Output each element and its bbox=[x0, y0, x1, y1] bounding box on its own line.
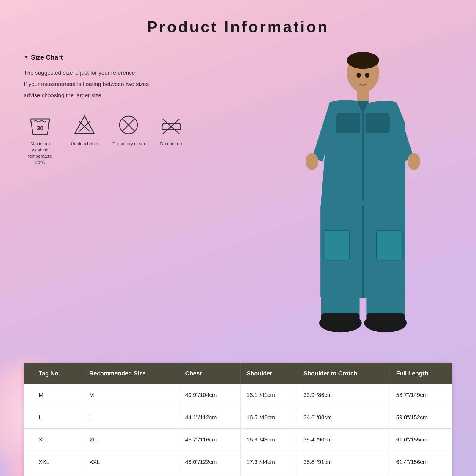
cell-1-4: 34.6"/88cm bbox=[297, 406, 390, 429]
svg-point-26 bbox=[365, 73, 369, 78]
table-row: XXLXXL48.0"/122cm17.3"/44cm35.8"/91cm61.… bbox=[24, 451, 452, 473]
iron-label: Do not iron bbox=[160, 140, 182, 147]
table-row: MM40.9"/104cm16.1"/41cm33.9"/86cm58.7"/1… bbox=[24, 384, 452, 406]
cell-1-1: L bbox=[83, 406, 179, 429]
svg-text:30: 30 bbox=[37, 125, 43, 131]
content-area: Product Information ▼ Size Chart The sug… bbox=[0, 0, 476, 476]
cell-0-3: 16.1"/41cm bbox=[240, 384, 297, 406]
table-row: 3XL3XL52.0"/132cm17.7"/45cm36.2"/92cm61.… bbox=[24, 473, 452, 476]
cell-2-0: XL bbox=[24, 429, 83, 451]
cell-0-5: 58.7"/149cm bbox=[390, 384, 452, 406]
cell-3-3: 17.3"/44cm bbox=[240, 451, 297, 473]
col-header-rec-size: Recommended Size bbox=[83, 363, 179, 384]
table-row: LL44.1"/112cm16.5"/42cm34.6"/88cm59.8"/1… bbox=[24, 406, 452, 429]
desc-line-1: The suggested size is just for your refe… bbox=[24, 67, 208, 79]
cell-2-1: XL bbox=[83, 429, 179, 451]
size-table-body: MM40.9"/104cm16.1"/41cm33.9"/86cm58.7"/1… bbox=[24, 384, 452, 476]
care-icon-dry-clean: Do not dry clean bbox=[112, 113, 145, 147]
svg-point-28 bbox=[408, 153, 420, 170]
size-description: The suggested size is just for your refe… bbox=[24, 67, 208, 101]
cell-4-3: 17.7"/45cm bbox=[240, 473, 297, 476]
top-section: ▼ Size Chart The suggested size is just … bbox=[24, 48, 452, 345]
table-row: XLXL45.7"/116cm16.9"/43cm35.4"/90cm61.0"… bbox=[24, 429, 452, 451]
bleach-icon bbox=[73, 113, 96, 137]
col-header-tag: Tag No. bbox=[24, 363, 83, 384]
cell-0-4: 33.9"/86cm bbox=[297, 384, 390, 406]
cell-3-4: 35.8"/91cm bbox=[297, 451, 390, 473]
size-chart-heading: ▼ Size Chart bbox=[24, 54, 208, 61]
cell-2-4: 35.4"/90cm bbox=[297, 429, 390, 451]
svg-rect-24 bbox=[366, 313, 405, 325]
cell-3-0: XXL bbox=[24, 451, 83, 473]
iron-icon bbox=[159, 113, 183, 137]
cell-3-2: 48.0"/122cm bbox=[179, 451, 240, 473]
size-chart-label: Size Chart bbox=[31, 54, 63, 61]
svg-rect-14 bbox=[366, 113, 389, 132]
svg-point-27 bbox=[306, 153, 318, 170]
cell-0-1: M bbox=[83, 384, 179, 406]
care-icons: 30 Maximum washing temperature 30℃ bbox=[24, 113, 208, 165]
cell-3-5: 61.4"/156cm bbox=[390, 451, 452, 473]
cell-4-5: 61.8"/157cm bbox=[390, 473, 452, 476]
model-image bbox=[274, 48, 452, 345]
cell-2-2: 45.7"/116cm bbox=[179, 429, 240, 451]
cell-1-5: 59.8"/152cm bbox=[390, 406, 452, 429]
desc-line-2: If your measurement is floating between … bbox=[24, 79, 208, 90]
cell-1-3: 16.5"/42cm bbox=[240, 406, 297, 429]
dry-clean-label: Do not dry clean bbox=[112, 140, 145, 147]
svg-rect-13 bbox=[336, 113, 360, 132]
left-info: ▼ Size Chart The suggested size is just … bbox=[24, 48, 208, 165]
cell-4-2: 52.0"/132cm bbox=[179, 473, 240, 476]
desc-line-3: advise choosing the larger size bbox=[24, 90, 208, 101]
cell-2-3: 16.9"/43cm bbox=[240, 429, 297, 451]
size-table: Tag No. Recommended Size Chest Shoulder … bbox=[24, 363, 452, 476]
table-header-row: Tag No. Recommended Size Chest Shoulder … bbox=[24, 363, 452, 384]
care-icon-wash: 30 Maximum washing temperature 30℃ bbox=[24, 113, 57, 165]
svg-point-25 bbox=[357, 73, 361, 78]
cell-3-1: XXL bbox=[83, 451, 179, 473]
col-header-chest: Chest bbox=[179, 363, 240, 384]
triangle-icon: ▼ bbox=[24, 55, 29, 60]
cell-0-0: M bbox=[24, 384, 83, 406]
cell-1-0: L bbox=[24, 406, 83, 429]
product-image-area bbox=[274, 48, 452, 345]
svg-rect-17 bbox=[324, 230, 350, 260]
page-wrapper: Product Information ▼ Size Chart The sug… bbox=[0, 0, 476, 476]
cell-4-4: 36.2"/92cm bbox=[297, 473, 390, 476]
svg-point-10 bbox=[347, 52, 379, 69]
size-table-section: Tag No. Recommended Size Chest Shoulder … bbox=[24, 363, 452, 476]
cell-2-5: 61.0"/155cm bbox=[390, 429, 452, 451]
col-header-shoulder: Shoulder bbox=[240, 363, 297, 384]
dry-clean-icon bbox=[117, 113, 140, 137]
col-header-full-length: Full Length bbox=[390, 363, 452, 384]
col-header-shoulder-crotch: Shoulder to Crotch bbox=[297, 363, 390, 384]
wash-icon: 30 bbox=[28, 113, 52, 137]
bleach-label: Unbleachable bbox=[71, 140, 98, 147]
care-icon-bleach: Unbleachable bbox=[71, 113, 98, 147]
care-icon-iron: Do not iron bbox=[159, 113, 183, 147]
page-title: Product Information bbox=[24, 12, 452, 36]
wash-label: Maximum washing temperature 30℃ bbox=[24, 140, 57, 165]
cell-1-2: 44.1"/112cm bbox=[179, 406, 240, 429]
svg-rect-22 bbox=[321, 313, 360, 325]
cell-4-1: 3XL bbox=[83, 473, 179, 476]
svg-rect-18 bbox=[377, 230, 402, 260]
cell-4-0: 3XL bbox=[24, 473, 83, 476]
cell-0-2: 40.9"/104cm bbox=[179, 384, 240, 406]
